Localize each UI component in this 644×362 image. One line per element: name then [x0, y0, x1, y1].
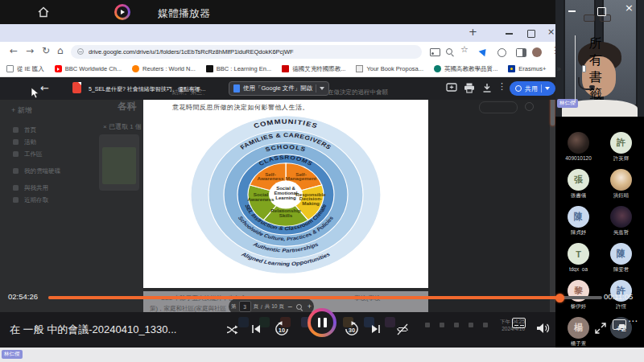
- zoom-icon[interactable]: [296, 304, 302, 310]
- download-arrow-icon[interactable]: [479, 47, 489, 57]
- participant-tile[interactable]: 陳 陳雯君: [600, 243, 642, 280]
- drive-new-button[interactable]: + 新增: [11, 105, 32, 116]
- print-icon[interactable]: [464, 83, 475, 93]
- picture-in-picture-icon[interactable]: [613, 319, 626, 330]
- bookmarks-overflow-icon[interactable]: »: [556, 65, 564, 73]
- side-panel-icon[interactable]: [516, 48, 526, 57]
- participant-tile[interactable]: 吳嘉哲: [600, 206, 642, 243]
- bookmarks-bar: 從 IE 匯入 BBC Worldwide Ch... Reuters : Wo…: [0, 61, 555, 77]
- shuffle-icon[interactable]: [226, 324, 238, 335]
- seek-bar[interactable]: [48, 296, 602, 299]
- participant-name: tdqx_oa: [569, 266, 588, 272]
- forward-30-button[interactable]: 30: [344, 321, 360, 337]
- previous-track-icon[interactable]: [251, 324, 261, 334]
- profile-circle-icon[interactable]: [497, 48, 506, 57]
- avatar[interactable]: 張: [568, 169, 589, 191]
- account-avatar[interactable]: [532, 47, 542, 57]
- sidebar-item-home[interactable]: 首頁: [24, 126, 36, 134]
- info-icon[interactable]: [525, 102, 534, 111]
- all-bookmarks-button[interactable]: 所有書籤: [575, 35, 613, 103]
- window-minimize-button[interactable]: [568, 10, 576, 12]
- avatar[interactable]: [610, 206, 632, 228]
- bookmark-item[interactable]: 德國艾克特國際教...: [282, 65, 345, 73]
- participant-tile[interactable]: 陳 陳貞妤: [557, 206, 600, 243]
- document-icon: [356, 65, 363, 72]
- bookmark-item[interactable]: 英國高教教學品質...: [434, 65, 497, 73]
- site-settings-icon[interactable]: [77, 48, 84, 55]
- participant-tile[interactable]: T tdqx_oa: [557, 243, 600, 280]
- browser-minimize-button[interactable]: [506, 33, 513, 35]
- participant-name: 張書儀: [571, 192, 587, 200]
- fullscreen-icon[interactable]: [595, 323, 606, 334]
- avatar[interactable]: T: [568, 243, 589, 265]
- participant-name: 陳雯君: [613, 266, 630, 274]
- repeat-off-icon[interactable]: [396, 323, 409, 335]
- pause-button[interactable]: [308, 308, 336, 337]
- player-home-icon[interactable]: [37, 6, 50, 19]
- next-track-icon[interactable]: [371, 324, 381, 334]
- view-toggle[interactable]: [479, 101, 518, 113]
- home-button[interactable]: ⌂: [57, 46, 64, 56]
- sidebar-item-activity[interactable]: 活動: [24, 138, 36, 146]
- address-bar[interactable]: drive.google.com/drive/u/1/folders/1cEbT…: [71, 45, 422, 59]
- avatar[interactable]: [610, 169, 632, 191]
- youtube-icon: [55, 65, 62, 72]
- avatar[interactable]: 陳: [610, 243, 632, 265]
- rewind-10-button[interactable]: 10: [274, 321, 290, 337]
- browser-maximize-button[interactable]: [527, 30, 535, 38]
- back-button[interactable]: ←: [10, 46, 18, 56]
- scrollbar[interactable]: [550, 77, 555, 348]
- participant-tile[interactable]: 許 許英輝: [600, 132, 642, 169]
- participant-tile[interactable]: 洪鈺晴: [600, 169, 642, 206]
- svg-text:10: 10: [279, 327, 285, 334]
- bookmark-star-icon[interactable]: ☆: [460, 45, 469, 54]
- open-with-google-docs-button[interactable]: 使用「Google 文件」開啟: [229, 81, 329, 96]
- bookmark-item[interactable]: Erasmus+: [508, 65, 546, 72]
- participant-name: 洪鈺晴: [613, 192, 630, 200]
- bookmark-item[interactable]: Reuters : World N...: [132, 65, 196, 72]
- cast-icon[interactable]: [430, 48, 440, 56]
- share-button[interactable]: 共用: [510, 81, 555, 96]
- url-text[interactable]: drive.google.com/drive/u/1/folders/1cEbT…: [89, 48, 294, 56]
- window-maximize-button[interactable]: [597, 7, 606, 16]
- add-comment-icon[interactable]: [446, 83, 457, 93]
- participant-tile[interactable]: 張 張書儀: [557, 169, 600, 206]
- svg-text:Social &EmotionalLearning: Social &EmotionalLearning: [275, 187, 298, 200]
- seek-thumb[interactable]: [555, 294, 564, 302]
- bbc-icon: [206, 65, 213, 72]
- sidebar-item-my-drive[interactable]: 我的雲端硬碟: [24, 167, 60, 175]
- site-icon: [434, 65, 441, 72]
- forward-button[interactable]: →: [26, 46, 34, 56]
- browser-menu-icon[interactable]: ⋮: [551, 46, 559, 55]
- browser-close-button[interactable]: ×: [547, 27, 555, 36]
- sidebar-item-shared[interactable]: 與我共用: [24, 184, 48, 192]
- chevron-down-icon[interactable]: [545, 87, 550, 90]
- player-more-icon[interactable]: ⋯: [628, 316, 638, 326]
- back-arrow-icon[interactable]: ←: [40, 83, 49, 93]
- participant-name: 陳貞妤: [571, 229, 587, 237]
- chevron-down-icon[interactable]: [320, 87, 324, 90]
- download-icon[interactable]: [481, 83, 493, 93]
- window-close-button[interactable]: ×: [625, 2, 634, 13]
- activity-icon: [13, 139, 19, 145]
- reload-button[interactable]: ↻: [42, 46, 50, 56]
- avatar[interactable]: 陳: [568, 206, 589, 228]
- bookmark-item[interactable]: BBC Worldwide Ch...: [55, 65, 122, 72]
- sidebar-item-workspaces[interactable]: 工作區: [24, 150, 43, 158]
- bookmark-item[interactable]: Your Book Proposa...: [356, 65, 423, 72]
- bookmark-item[interactable]: BBC : Learning En...: [206, 65, 271, 72]
- folder-icon: [582, 65, 585, 72]
- zoom-search-icon[interactable]: [446, 48, 452, 55]
- drive-file-card[interactable]: [99, 134, 139, 191]
- playback-timeline: 02:54:26 00:11:05: [0, 290, 644, 304]
- sidebar-item-recent[interactable]: 近期存取: [24, 196, 48, 204]
- avatar[interactable]: 許: [610, 132, 632, 154]
- participant-tile[interactable]: 409010120: [557, 132, 600, 169]
- new-tab-button[interactable]: +: [469, 27, 477, 37]
- avatar[interactable]: [568, 132, 589, 154]
- drive-dimmed-right: [428, 77, 555, 348]
- bookmark-item[interactable]: 從 IE 匯入: [6, 65, 44, 73]
- more-options-icon[interactable]: ⋮: [497, 82, 506, 91]
- volume-icon[interactable]: [536, 323, 551, 334]
- subtitles-icon[interactable]: [512, 318, 526, 328]
